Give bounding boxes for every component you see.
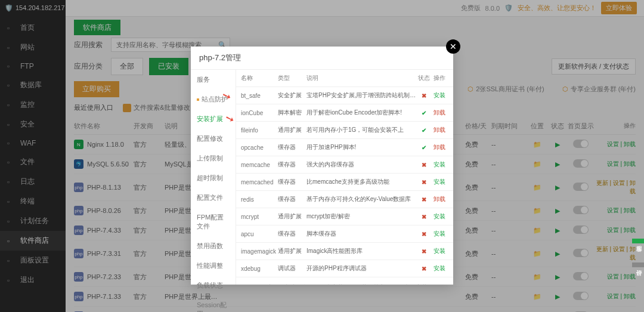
ext-action-link[interactable]: 卸载: [434, 109, 445, 116]
ext-row: memcached缓存器比memcache支持更多高级功能✖安装: [236, 174, 453, 191]
cross-icon: ✖: [422, 162, 426, 168]
ext-status: ✖: [417, 92, 431, 99]
eh-name: 名称: [241, 74, 278, 82]
php-manage-modal: ✕ php-7.2管理 服务站点防护安装扩展配置修改上传限制超时限制配置文件FP…: [191, 47, 453, 285]
ext-action: 卸载: [431, 143, 448, 152]
ext-status: ✖: [417, 162, 431, 168]
cross-icon: ✖: [422, 92, 426, 99]
ext-action: 安装: [431, 212, 448, 221]
ext-row: ionCube脚本解密用于解密ionCube Encoder加密脚本!✔卸载: [236, 104, 453, 122]
ext-action-link[interactable]: 卸载: [434, 196, 445, 202]
ext-name: mcrypt: [241, 214, 278, 220]
modal-nav-item[interactable]: 性能调整: [191, 256, 236, 276]
ext-name: fileinfo: [241, 127, 278, 134]
ext-status: ✖: [417, 179, 431, 186]
rate-button[interactable]: 评价: [632, 262, 644, 267]
ext-desc: 若可用内存小于1G，可能会安装不上: [306, 126, 417, 134]
eh-type: 类型: [278, 74, 306, 82]
modal-nav-item[interactable]: 禁用函数: [191, 236, 236, 256]
eh-desc: 说明: [306, 74, 417, 82]
ext-type: 通用扩展: [278, 212, 306, 221]
ext-action: 安装: [431, 247, 448, 255]
modal-nav-item[interactable]: 站点防护: [191, 89, 236, 109]
cross-icon: ✖: [422, 265, 426, 272]
ext-type: 缓存器: [278, 195, 306, 203]
note-item: Redis扩展仅支持一个PHP版本安装使用，若在其它PHP版本已安装redis扩…: [250, 283, 446, 285]
modal-nav-item[interactable]: 负载状态: [191, 276, 236, 295]
check-icon: ✔: [422, 110, 426, 116]
ext-type: 缓存器: [278, 160, 306, 169]
ext-type: 通用扩展: [278, 247, 306, 255]
ext-action-link[interactable]: 卸载: [434, 126, 445, 133]
ext-action-link[interactable]: 安装: [434, 265, 445, 271]
ext-row: memcache缓存器强大的内容缓存器✖安装: [236, 156, 453, 174]
ext-type: 脚本解密: [278, 109, 306, 117]
ext-action-link[interactable]: 安装: [434, 92, 445, 98]
ext-action-link[interactable]: 安装: [434, 230, 445, 237]
ext-type: 缓存器: [278, 143, 306, 152]
ext-name: apcu: [241, 231, 278, 237]
modal-nav-item[interactable]: 安装扩展: [191, 109, 236, 129]
ext-action: 安装: [431, 160, 448, 169]
ext-type: 调试器: [278, 264, 306, 273]
ext-row: fileinfo通用扩展若可用内存小于1G，可能会安装不上✔卸载: [236, 122, 453, 139]
ext-status: ✖: [417, 248, 431, 255]
ext-name: ionCube: [241, 110, 278, 116]
ext-desc: Imagick高性能图形库: [306, 247, 417, 255]
ext-row: mcrypt通用扩展mcrypt加密/解密✖安装: [236, 208, 453, 225]
ext-action: 安装: [431, 178, 448, 186]
ext-action: 卸载: [431, 109, 448, 117]
ext-action-link[interactable]: 安装: [434, 248, 445, 254]
ext-name: memcache: [241, 162, 278, 168]
modal-nav-item[interactable]: 服务: [191, 70, 236, 89]
ext-row: redis缓存器基于内存亦可持久化的Key-Value数据库✖卸载: [236, 191, 453, 208]
close-icon[interactable]: ✕: [446, 39, 460, 54]
ext-action-link[interactable]: 卸载: [434, 144, 445, 150]
ext-status: ✖: [417, 214, 431, 220]
ext-row: bt_safe安全扩展宝塔PHP安全扩展,用于增强防跨站机制,建议Nginx/A…: [236, 87, 453, 104]
ext-row: xdebug调试器开源的PHP程序调试器✖安装: [236, 260, 453, 277]
modal-main: 名称 类型 说明 状态 操作 bt_safe安全扩展宝塔PHP安全扩展,用于增强…: [236, 70, 453, 285]
ext-desc: mcrypt加密/解密: [306, 212, 417, 221]
modal-nav-item[interactable]: 上传限制: [191, 149, 236, 168]
cross-icon: ✖: [422, 196, 426, 203]
check-icon: ✔: [422, 127, 426, 134]
ext-desc: 强大的内容缓存器: [306, 160, 417, 169]
ext-desc: 基于内存亦可持久化的Key-Value数据库: [306, 195, 417, 203]
cross-icon: ✖: [422, 231, 426, 237]
check-icon: ✔: [422, 144, 426, 151]
ext-action: 安装: [431, 91, 448, 100]
ext-desc: 比memcache支持更多高级功能: [306, 178, 417, 186]
modal-nav-item[interactable]: 配置文件: [191, 188, 236, 208]
ext-status: ✖: [417, 196, 431, 203]
ext-type: 缓存器: [278, 230, 306, 238]
modal-nav-item[interactable]: 超时限制: [191, 168, 236, 188]
ext-action: 卸载: [431, 195, 448, 203]
eh-stat: 状态: [417, 74, 431, 82]
ext-desc: 用于解密ionCube Encoder加密脚本!: [306, 109, 417, 117]
ext-desc: 开源的PHP程序调试器: [306, 264, 417, 273]
ext-row: imagemagick通用扩展Imagick高性能图形库✖安装: [236, 243, 453, 260]
ext-type: 通用扩展: [278, 126, 306, 134]
cross-icon: ✖: [422, 179, 426, 186]
ext-action: 安装: [431, 230, 448, 238]
ext-action-link[interactable]: 安装: [434, 161, 445, 168]
modal-nav-item[interactable]: FPM配置文件: [191, 208, 236, 236]
modal-title: php-7.2管理: [191, 47, 453, 70]
ext-action: 安装: [431, 264, 448, 273]
ext-desc: 用于加速PHP脚本!: [306, 143, 417, 152]
ext-action-link[interactable]: 安装: [434, 213, 445, 220]
dot-icon: [197, 98, 199, 101]
eh-act: 操作: [431, 74, 448, 82]
customer-service-button[interactable]: 客服: [632, 239, 644, 243]
ext-action-link[interactable]: 安装: [434, 178, 445, 185]
ext-type: 安全扩展: [278, 91, 306, 100]
ext-row: apcu缓存器脚本缓存器✖安装: [236, 225, 453, 243]
ext-status: ✔: [417, 110, 431, 116]
modal-nav-item[interactable]: 配置修改: [191, 129, 236, 149]
modal-nav-item[interactable]: Session配置: [191, 295, 236, 312]
ext-header: 名称 类型 说明 状态 操作: [236, 70, 453, 87]
ext-type: 缓存器: [278, 178, 306, 186]
ext-status: ✔: [417, 144, 431, 151]
ext-name: imagemagick: [241, 248, 278, 255]
